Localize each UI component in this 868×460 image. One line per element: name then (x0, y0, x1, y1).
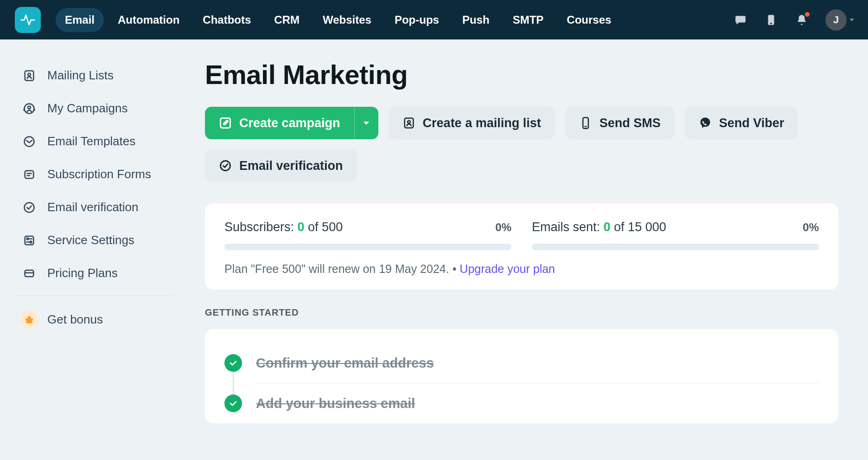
nav-websites[interactable]: Websites (313, 8, 381, 32)
create-campaign-group: Create campaign (205, 107, 378, 139)
user-menu[interactable]: J (825, 9, 854, 31)
svg-point-5 (28, 106, 31, 109)
button-label: Email verification (239, 159, 343, 173)
avatar: J (825, 9, 847, 31)
sidebar-item-label: Get bonus (47, 312, 103, 327)
sidebar-item-service-settings[interactable]: Service Settings (0, 224, 185, 257)
send-viber-button[interactable]: Send Viber (685, 107, 798, 139)
avatar-initial: J (833, 14, 839, 26)
nav-push[interactable]: Push (453, 8, 499, 32)
sidebar-item-email-verification[interactable]: Email verification (0, 191, 185, 224)
checklist-item[interactable]: Add your business email (224, 383, 819, 423)
stat-subscribers: Subscribers: 0 of 500 0% (224, 220, 511, 250)
nav-label: Chatbots (203, 13, 251, 26)
stat-label: Subscribers: (224, 220, 298, 234)
sidebar-item-email-templates[interactable]: Email Templates (0, 125, 185, 158)
svg-point-10 (27, 238, 29, 240)
main-content: Email Marketing Create campaign Create a… (185, 39, 868, 460)
page-title: Email Marketing (205, 59, 838, 90)
main-nav: Email Automation Chatbots CRM Websites P… (56, 8, 620, 32)
address-book-icon (22, 69, 36, 83)
compose-icon (219, 117, 232, 130)
stat-value: 0 (298, 220, 305, 234)
nav-label: SMTP (513, 13, 544, 26)
settings-icon (22, 233, 36, 247)
nav-crm[interactable]: CRM (265, 8, 309, 32)
sidebar-item-label: Service Settings (47, 233, 134, 247)
plan-info: Plan "Free 500" will renew on 19 May 202… (224, 262, 819, 276)
topbar-right: J (734, 9, 854, 31)
sidebar-item-label: My Campaigns (47, 101, 128, 116)
svg-point-6 (25, 136, 34, 146)
svg-rect-9 (25, 236, 34, 245)
create-mailing-list-button[interactable]: Create a mailing list (389, 107, 555, 139)
verification-icon (22, 201, 36, 214)
pricing-icon (22, 266, 36, 280)
nav-automation[interactable]: Automation (108, 8, 189, 32)
svg-point-8 (25, 202, 34, 212)
email-verification-button[interactable]: Email verification (205, 149, 357, 182)
nav-label: Courses (567, 13, 611, 26)
svg-rect-1 (770, 23, 772, 24)
nav-label: Email (65, 13, 95, 26)
create-campaign-dropdown[interactable] (354, 107, 378, 139)
mobile-icon[interactable] (764, 13, 778, 27)
nav-courses[interactable]: Courses (557, 8, 620, 32)
action-bar: Create campaign Create a mailing list Se… (205, 107, 838, 182)
forms-icon (22, 168, 36, 181)
checklist-item-label: Confirm your email address (256, 356, 434, 371)
sidebar: Mailing Lists My Campaigns Email Templat… (0, 39, 185, 460)
sidebar-item-label: Subscription Forms (47, 167, 151, 181)
topbar: Email Automation Chatbots CRM Websites P… (0, 0, 868, 39)
svg-point-3 (28, 73, 31, 76)
sidebar-item-subscription-forms[interactable]: Subscription Forms (0, 158, 185, 191)
getting-started-card: Confirm your email address Add your busi… (205, 329, 838, 423)
stats-card: Subscribers: 0 of 500 0% Emails sent: 0 … (205, 203, 838, 290)
button-label: Create campaign (239, 116, 340, 130)
nav-smtp[interactable]: SMTP (504, 8, 553, 32)
create-campaign-button[interactable]: Create campaign (205, 107, 354, 139)
address-book-icon (402, 117, 415, 130)
stat-of: of 15 000 (611, 220, 666, 234)
getting-started-title: GETTING STARTED (205, 307, 838, 318)
button-label: Send Viber (719, 116, 785, 130)
svg-point-15 (408, 121, 410, 123)
svg-rect-7 (25, 170, 34, 178)
nav-label: Automation (118, 13, 179, 26)
logo[interactable] (15, 7, 41, 33)
sidebar-item-label: Mailing Lists (47, 68, 114, 83)
bell-icon[interactable] (795, 13, 809, 27)
chat-icon[interactable] (734, 13, 747, 27)
stat-value: 0 (604, 220, 611, 234)
stat-label: Emails sent: (532, 220, 604, 234)
progress-bar (224, 244, 511, 250)
pulse-icon (20, 12, 36, 28)
sidebar-item-my-campaigns[interactable]: My Campaigns (0, 92, 185, 125)
stat-percent: 0% (803, 221, 819, 234)
stat-emails-sent: Emails sent: 0 of 15 000 0% (532, 220, 819, 250)
sidebar-item-pricing-plans[interactable]: Pricing Plans (0, 257, 185, 290)
nav-label: Websites (323, 13, 371, 26)
nav-label: CRM (274, 13, 300, 26)
sidebar-item-label: Email verification (47, 200, 139, 214)
nav-chatbots[interactable]: Chatbots (193, 8, 260, 32)
nav-popups[interactable]: Pop-ups (385, 8, 448, 32)
checklist-item-label: Add your business email (256, 396, 415, 411)
checklist-item[interactable]: Confirm your email address (224, 343, 819, 383)
sidebar-item-mailing-lists[interactable]: Mailing Lists (0, 59, 185, 92)
sidebar-divider (13, 295, 172, 296)
sidebar-item-get-bonus[interactable]: Get bonus (0, 301, 185, 337)
button-label: Create a mailing list (423, 116, 541, 130)
gift-icon (20, 311, 38, 328)
nav-email[interactable]: Email (56, 8, 104, 32)
nav-label: Pop-ups (395, 13, 439, 26)
sidebar-item-label: Email Templates (47, 134, 135, 149)
send-sms-button[interactable]: Send SMS (565, 107, 675, 139)
chevron-down-icon (849, 19, 854, 21)
upgrade-plan-link[interactable]: Upgrade your plan (460, 262, 555, 275)
sidebar-item-label: Pricing Plans (47, 266, 118, 280)
templates-icon (22, 135, 36, 149)
plan-text: Plan "Free 500" will renew on 19 May 202… (224, 262, 460, 275)
check-circle-icon (224, 354, 242, 372)
nav-label: Push (462, 13, 490, 26)
